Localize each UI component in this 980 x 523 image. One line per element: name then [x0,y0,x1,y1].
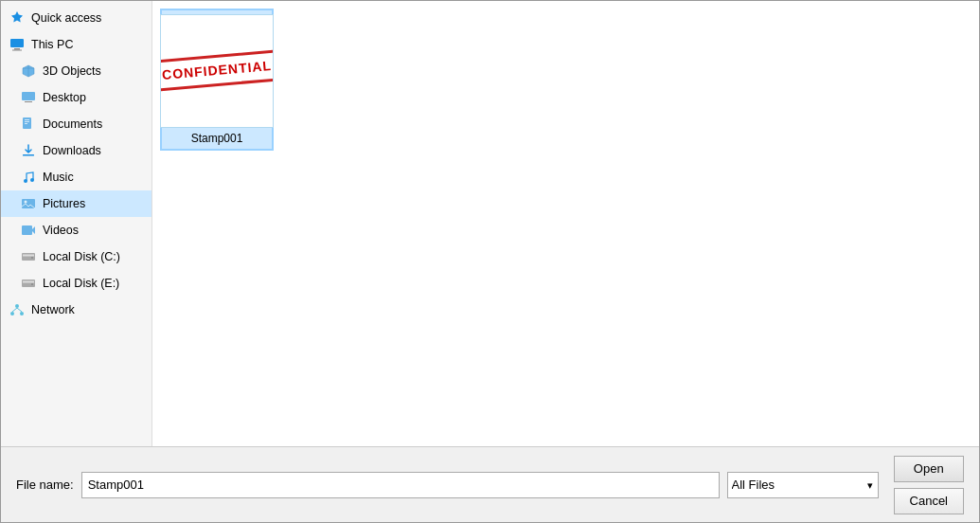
file-item-stamp001[interactable]: CONFIDENTIAL Stamp001 [160,9,274,151]
svg-rect-6 [22,92,35,100]
footer-inputs: File name: All Files [16,472,879,498]
sidebar-item-music[interactable]: Music [1,164,151,190]
desktop-icon [20,89,37,106]
file-name: Stamp001 [191,132,243,145]
svg-rect-2 [12,50,22,51]
network-icon [9,301,26,318]
svg-rect-10 [25,121,29,122]
filename-label: File name: [16,478,74,492]
sidebar-item-network[interactable]: Network [1,297,151,323]
svg-rect-17 [22,225,32,235]
downloads-icon [20,142,37,159]
svg-line-28 [12,308,17,312]
sidebar-item-label: 3D Objects [43,64,101,78]
sidebar: Quick access This PC [1,1,152,446]
svg-rect-9 [25,119,29,120]
footer-buttons: Open Cancel [894,456,964,514]
filetype-select[interactable]: All Files [727,472,879,498]
svg-point-14 [30,178,34,182]
svg-marker-18 [32,226,35,234]
svg-point-27 [20,312,24,316]
svg-rect-22 [22,280,35,287]
confidential-stamp: CONFIDENTIAL [160,49,274,93]
cancel-button[interactable]: Cancel [894,488,964,514]
svg-point-21 [31,257,33,259]
disk-e-icon [20,275,37,292]
svg-rect-0 [10,39,24,47]
svg-point-16 [25,201,27,204]
sidebar-item-label: Network [31,303,75,316]
file-browser-area: CONFIDENTIAL Stamp001 [152,1,979,446]
star-icon [9,9,26,27]
open-file-dialog: Quick access This PC [0,0,980,523]
sidebar-item-documents[interactable]: Documents [1,111,151,137]
svg-line-29 [17,308,22,312]
dialog-body: Quick access This PC [1,1,979,446]
sidebar-item-pictures[interactable]: Pictures [1,190,151,217]
sidebar-item-label: Downloads [43,144,101,157]
sidebar-item-quick-access[interactable]: Quick access [1,5,151,31]
documents-icon [20,116,37,133]
svg-rect-19 [22,253,35,261]
sidebar-item-3d-objects[interactable]: 3D Objects [1,58,151,84]
open-button[interactable]: Open [894,456,964,482]
svg-rect-23 [23,281,34,283]
svg-point-25 [15,304,19,308]
monitor-icon [9,36,26,53]
sidebar-item-this-pc[interactable]: This PC [1,31,151,58]
sidebar-item-local-disk-c[interactable]: Local Disk (C:) [1,243,151,270]
confidential-text: CONFIDENTIAL [161,59,272,82]
sidebar-item-desktop[interactable]: Desktop [1,84,151,111]
svg-rect-11 [25,123,27,124]
file-thumbnail: CONFIDENTIAL [160,14,274,128]
sidebar-item-local-disk-e[interactable]: Local Disk (E:) [1,270,151,297]
svg-point-26 [10,312,14,316]
disk-c-icon [20,248,37,265]
sidebar-item-downloads[interactable]: Downloads [1,137,151,164]
dialog-footer: File name: All Files Open Cancel [1,446,979,522]
svg-point-13 [24,179,27,183]
videos-icon [20,222,37,239]
filename-row: File name: All Files [16,472,879,498]
filetype-select-wrapper: All Files [727,472,879,498]
sidebar-item-label: Documents [43,117,102,131]
sidebar-item-label: Quick access [31,11,101,25]
sidebar-item-label: Desktop [43,91,86,104]
svg-rect-1 [14,48,20,50]
filename-input[interactable] [81,472,720,498]
sidebar-item-label: Music [43,171,74,184]
sidebar-item-label: Videos [43,224,79,237]
svg-rect-20 [23,255,34,257]
sidebar-item-videos[interactable]: Videos [1,217,151,243]
pictures-icon [20,195,37,212]
cube-icon [20,63,37,80]
sidebar-item-label: This PC [31,38,73,51]
svg-point-24 [31,283,33,285]
sidebar-item-label: Local Disk (C:) [43,250,120,263]
sidebar-item-label: Local Disk (E:) [43,277,119,290]
svg-rect-7 [25,101,32,102]
svg-rect-12 [23,154,34,156]
music-icon [20,169,37,186]
sidebar-item-label: Pictures [43,197,85,210]
